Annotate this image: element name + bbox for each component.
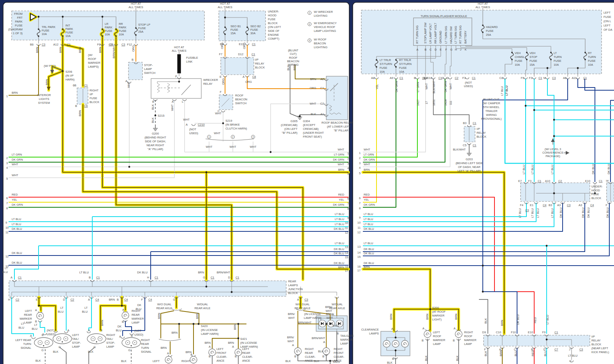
diagram-label: LAMP LIGHTING [314, 29, 336, 33]
diagram-label: STOPLAMP SW [424, 23, 427, 44]
diagram-label: USED) [134, 333, 143, 336]
lamp-oval-bulb [93, 338, 93, 339]
fuse-terminal [584, 59, 586, 60]
diagram-label: BRN [78, 110, 82, 116]
diagram-label: E10 [585, 179, 590, 183]
diagram-label: (BEHIND RIGHT [144, 136, 166, 139]
diagram-label: PACKAGE) [545, 154, 560, 158]
component-box [9, 281, 286, 296]
diagram-label: BRN/ [288, 312, 295, 316]
diagram-label: LAMP [433, 342, 441, 346]
diagram-label: 16 [345, 265, 348, 269]
diagram-label: DK BLU [581, 207, 585, 218]
diagram-label: LEFT "A" PILLAR) [457, 169, 481, 173]
diagram-label: LT BLU [500, 86, 504, 96]
diagram-label: WHT [183, 118, 190, 121]
diagram-label: RED [531, 350, 535, 356]
diagram-label: 25A [486, 33, 491, 37]
diagram-label: C1 [211, 276, 214, 279]
diagram-label: C4 [590, 203, 594, 207]
diagram-label: TURN [141, 346, 149, 350]
diagram-label: 3 [359, 161, 361, 165]
fuse-terminal [482, 24, 484, 26]
diagram-label: G304 [303, 119, 310, 123]
diagram-label: LT BLU [364, 212, 373, 216]
diagram-label: B [122, 320, 124, 324]
diagram-label: DK BLU [364, 227, 374, 231]
diagram-label: LT [34, 323, 38, 327]
diagram-label: C4 [148, 298, 152, 301]
diagram-label: C3 [552, 76, 556, 80]
diagram-label: REAR [242, 351, 250, 355]
diagram-label: WHT [12, 173, 18, 177]
diagram-label: ROOF [88, 57, 97, 61]
diagram-label: C1 [236, 276, 239, 279]
diagram-label: WHT [250, 145, 257, 149]
diagram-label: BRN [99, 47, 102, 53]
diagram-label: (ON LEFT [284, 127, 297, 131]
lamp-filament [168, 360, 169, 361]
diagram-label: ROOF [464, 334, 473, 338]
diagram-label: I/P [477, 127, 480, 131]
diagram-label: W/O DUAL [296, 303, 310, 306]
diagram-label: GROUND [439, 31, 442, 44]
diagram-label: LT BLU [568, 354, 577, 357]
diagram-label: B [117, 298, 119, 301]
diagram-label: LT BLU [12, 222, 21, 226]
diagram-label: CLEAR- [216, 355, 227, 359]
diagram-label: LT BLU [79, 271, 89, 274]
diagram-label: 8 [359, 206, 361, 210]
splice-dot [222, 122, 224, 124]
diagram-label: RR [119, 22, 123, 26]
fuse-terminal [482, 32, 484, 33]
diagram-label: DK BLU [587, 207, 590, 218]
diagram-label: (BLUNT [288, 49, 299, 52]
diagram-label: LEFT [216, 347, 224, 351]
diagram-label: G [128, 348, 130, 352]
lamp-bulb-icon [455, 331, 462, 338]
diagram-label: WHT [325, 309, 332, 313]
diagram-label: (NOT [465, 81, 472, 84]
diagram-label: K [465, 48, 467, 51]
splice-dot [193, 323, 195, 325]
diagram-label: USED) [47, 332, 56, 336]
diagram-label: F9 [542, 331, 545, 334]
diagram-label: C1 [18, 276, 21, 279]
diagram-label: BLU [136, 307, 141, 311]
diagram-label: A8 [371, 76, 375, 80]
diagram-label: C1 [554, 331, 558, 334]
diagram-label: LT [5, 266, 8, 270]
lamp-bulb-icon [190, 356, 197, 363]
diagram-label: BRN [78, 47, 82, 53]
diagram-label: 25A [138, 30, 143, 33]
diagram-label: CLUTCH HARN) [225, 127, 247, 130]
fuse-terminal [395, 59, 397, 61]
diagram-label: 6 [347, 197, 349, 200]
diagram-label: FUSE [399, 66, 407, 70]
diagram-label: BLK [151, 117, 155, 123]
component-box [361, 10, 602, 74]
diagram-label: DK GRN [364, 203, 375, 206]
fuse-terminal [511, 52, 513, 53]
splice-dot [482, 265, 484, 267]
diagram-label: S215 [158, 114, 164, 117]
diagram-label: FUSE [380, 66, 387, 70]
diagram-label: BRN [228, 341, 234, 345]
diagram-label: UNDER- [591, 185, 603, 188]
diagram-label: BATTERY [464, 31, 467, 44]
lamp-oval-bulb [131, 345, 132, 346]
diagram-label: VEHICLE ROOF [314, 25, 336, 29]
diagram-label: F3 [462, 76, 466, 80]
diagram-label: BRN [109, 298, 115, 301]
diagram-label: A [35, 308, 37, 312]
diagram-label: E [36, 298, 38, 301]
diagram-label: A3 [557, 203, 561, 207]
diagram-label: WHT [287, 340, 294, 343]
diagram-label: LEFT [603, 24, 611, 27]
lamp-filament [125, 316, 125, 317]
diagram-label: MARKER [433, 338, 445, 342]
diagram-label: TAIL/ [106, 337, 113, 341]
splice-dot [395, 337, 397, 339]
diagram-label: SEO B2 [250, 24, 261, 28]
diagram-label: WHT [288, 316, 295, 320]
